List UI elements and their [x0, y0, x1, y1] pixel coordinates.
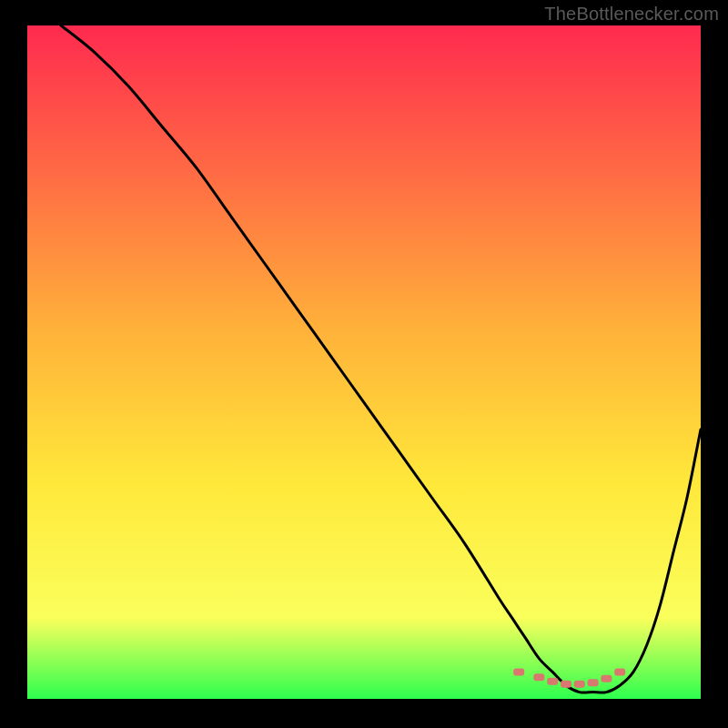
valley-marker [547, 678, 558, 685]
valley-marker [601, 675, 612, 682]
chart-plot-area [27, 25, 701, 699]
watermark-text: TheBottlenecker.com [544, 4, 719, 25]
valley-marker [513, 668, 524, 675]
chart-svg [27, 25, 701, 699]
valley-marker [574, 681, 585, 688]
valley-marker [614, 668, 625, 675]
valley-marker [588, 679, 599, 686]
valley-marker [561, 681, 571, 688]
gradient-background [27, 25, 701, 699]
valley-marker [533, 673, 544, 681]
